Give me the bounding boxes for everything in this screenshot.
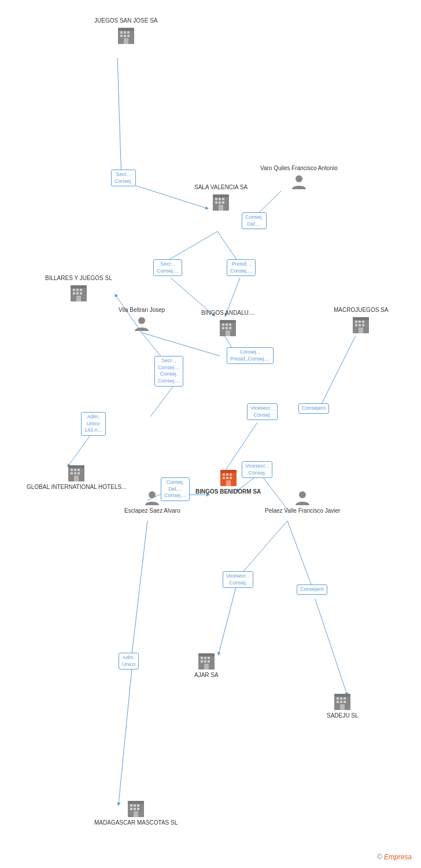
node-macrojuegos[interactable]: MACROJUEGOS SA	[334, 307, 388, 336]
building-icon-madagascar	[125, 799, 146, 819]
svg-line-24	[119, 668, 132, 804]
badge-secr-consej-lower-left[interactable]: Secr. ,Consej....Consej.Consej....	[154, 356, 183, 387]
svg-rect-26	[118, 28, 134, 31]
badge-consejero-upper[interactable]: Consejero	[298, 403, 329, 414]
node-ajar-sa[interactable]: AJAR SA	[194, 651, 219, 680]
badge-presid-consej-mid[interactable]: Presid. ,Consej....	[227, 259, 256, 276]
svg-rect-57	[226, 323, 228, 326]
node-pelaez-valle[interactable]: Pelaez Valle Francisco Javier	[265, 489, 340, 516]
building-icon-global-international	[66, 463, 87, 484]
svg-rect-73	[68, 465, 84, 468]
svg-rect-89	[226, 480, 231, 486]
svg-rect-67	[362, 321, 364, 323]
node-juegos-san-jose[interactable]: JUEGOS SAN JOSE SA	[94, 17, 157, 46]
svg-rect-117	[137, 808, 139, 810]
node-label-billares-juegos: BILLARES Y JUEGOS SL	[45, 275, 112, 282]
badge-consejero-lower[interactable]: Consejero	[297, 584, 327, 595]
node-madagascar[interactable]: MADAGASCAR MASCOTAS SL	[94, 799, 178, 827]
svg-rect-109	[340, 704, 345, 710]
badge-label-consej-del-sala: Consej.Del....	[242, 212, 267, 229]
svg-rect-78	[74, 472, 76, 475]
building-icon-bingos-andalucia	[217, 318, 238, 339]
badge-consej-del-esclapez[interactable]: Consej.Del....Consej....	[161, 477, 190, 501]
svg-rect-99	[208, 660, 210, 663]
svg-rect-106	[337, 701, 339, 703]
svg-rect-77	[71, 472, 73, 475]
badge-consej-del-sala[interactable]: Consej.Del....	[242, 212, 267, 229]
svg-rect-35	[213, 194, 229, 197]
svg-rect-108	[344, 701, 346, 703]
svg-rect-82	[220, 470, 237, 473]
badge-adm-unico-lower[interactable]: Adm.Unico	[119, 653, 139, 670]
svg-line-3	[168, 231, 217, 260]
svg-rect-113	[134, 804, 136, 807]
badge-secr-consej-top[interactable]: Secr. ,Consej.	[111, 170, 136, 186]
node-label-bingos-benidorm: BINGOS BENIDORM SA	[195, 488, 261, 495]
svg-line-23	[132, 521, 147, 654]
svg-rect-66	[359, 321, 361, 323]
node-sadeju-sl[interactable]: SADEJU SL	[327, 692, 358, 720]
svg-rect-71	[359, 328, 363, 333]
node-vila-beltran[interactable]: Vila Beltran Josep	[119, 307, 165, 333]
svg-rect-97	[201, 660, 203, 663]
person-icon-esclapez	[143, 489, 161, 507]
svg-line-20	[287, 521, 312, 587]
badge-secr-consej-mid-left[interactable]: Secr. ,Consej....	[153, 259, 182, 276]
svg-rect-33	[124, 38, 128, 44]
node-varo-quiles[interactable]: Varo Quiles Francisco Antonio	[260, 165, 338, 192]
building-icon-sadeju-sl	[332, 692, 353, 712]
svg-rect-103	[337, 697, 339, 700]
svg-rect-50	[76, 292, 79, 295]
svg-rect-94	[201, 657, 203, 659]
svg-line-13	[318, 336, 356, 411]
node-billares-juegos[interactable]: BILLARES Y JUEGOS SL	[45, 275, 112, 304]
svg-rect-86	[223, 477, 225, 479]
svg-rect-88	[230, 477, 232, 479]
badge-label-adm-unico-top: Adm.Unico143 A...	[81, 412, 106, 436]
svg-rect-59	[222, 327, 224, 329]
svg-line-21	[219, 587, 236, 654]
building-icon-sala-valencia	[211, 192, 231, 213]
svg-point-53	[138, 317, 145, 324]
badge-vicesecr-consej-lower[interactable]: Vicesecr. ,Consej.	[242, 461, 272, 478]
badge-vicesecr-consej-upper[interactable]: Vicesecr. ,Consej.	[247, 403, 278, 420]
node-label-vila-beltran: Vila Beltran Josep	[119, 307, 165, 314]
svg-rect-111	[128, 801, 144, 804]
svg-rect-76	[77, 469, 80, 471]
building-icon-bingos-benidorm	[218, 468, 239, 488]
svg-rect-112	[130, 804, 132, 807]
svg-line-4	[217, 231, 237, 260]
svg-rect-96	[208, 657, 210, 659]
person-icon-vila-beltran	[132, 315, 151, 333]
node-label-juegos-san-jose: JUEGOS SAN JOSE SA	[94, 17, 157, 24]
svg-rect-68	[355, 324, 357, 326]
svg-rect-38	[222, 198, 224, 200]
node-bingos-andalucia[interactable]: BINGOS ANDALU....	[201, 310, 255, 339]
badge-consej-presid-consej[interactable]: Consej. ,Presid.,Consej....	[227, 347, 274, 364]
badge-adm-unico-top[interactable]: Adm.Unico143 A...	[81, 412, 106, 436]
svg-rect-29	[127, 31, 130, 34]
svg-rect-61	[229, 327, 231, 329]
node-sala-valencia[interactable]: SALA VALENCIA SA	[194, 184, 248, 213]
svg-rect-104	[340, 697, 342, 700]
svg-rect-60	[226, 327, 228, 329]
svg-rect-93	[198, 653, 215, 656]
node-label-ajar-sa: AJAR SA	[194, 672, 219, 679]
connection-lines	[0, 0, 421, 868]
badge-vicesecr-consej-bottom[interactable]: Vicesecr. ,Consej.	[223, 571, 253, 588]
svg-rect-79	[77, 472, 80, 475]
building-icon-ajar-sa	[196, 651, 217, 672]
badge-label-vicesecr-consej-upper: Vicesecr. ,Consej.	[247, 403, 278, 420]
svg-rect-45	[71, 285, 87, 288]
svg-line-11	[150, 382, 176, 417]
svg-line-19	[237, 521, 287, 579]
svg-rect-36	[215, 198, 217, 200]
svg-rect-70	[362, 324, 364, 326]
svg-rect-65	[355, 321, 357, 323]
svg-rect-118	[134, 811, 138, 817]
node-label-sala-valencia: SALA VALENCIA SA	[194, 184, 248, 191]
node-global-international[interactable]: GLOBAL INTERNATIONAL HOTELS...	[27, 463, 126, 492]
badge-label-consejero-lower: Consejero	[297, 584, 327, 595]
svg-rect-80	[74, 476, 79, 481]
svg-rect-46	[73, 289, 75, 291]
